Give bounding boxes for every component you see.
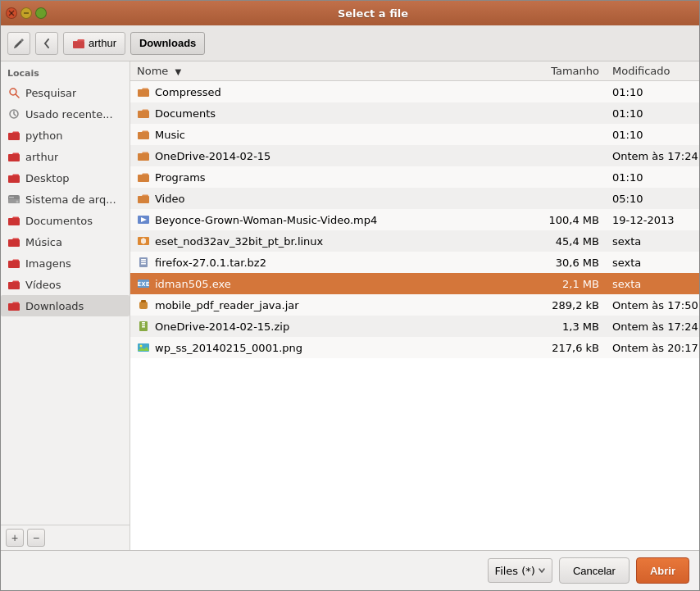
file-date-cell: Ontem às 17:50 (606, 294, 699, 316)
breadcrumb-downloads-label: Downloads (139, 37, 196, 49)
svg-rect-30 (141, 259, 146, 261)
file-size-cell (532, 124, 606, 145)
svg-rect-20 (138, 111, 149, 118)
file-type-icon (137, 257, 150, 268)
sidebar-item-sistema[interactable]: Sistema de arq... (1, 189, 130, 210)
file-type-icon (137, 150, 150, 161)
table-row[interactable]: Music01:10 (130, 124, 699, 145)
file-type-icon (137, 129, 150, 140)
svg-rect-19 (138, 89, 149, 97)
minimize-button[interactable] (20, 7, 32, 19)
svg-rect-32 (141, 263, 146, 265)
file-type-icon (137, 235, 150, 247)
sidebar-item-desktop-label: Desktop (25, 172, 70, 184)
sidebar-item-recent-label: Usado recente... (25, 108, 113, 120)
file-name-label: idman505.exe (155, 278, 231, 290)
svg-rect-18 (8, 303, 20, 311)
sidebar-item-python[interactable]: python (1, 125, 130, 146)
table-row[interactable]: OneDrive-2014-02-15.zip1,3 MBOntem às 17… (130, 316, 699, 337)
sidebar-item-sistema-label: Sistema de arq... (25, 193, 116, 206)
table-row[interactable]: Programs01:10 (130, 166, 699, 188)
breadcrumb-downloads[interactable]: Downloads (130, 32, 205, 55)
filter-dropdown[interactable]: Files (*) (488, 558, 552, 583)
table-row[interactable]: Documents01:10 (130, 102, 699, 124)
column-tamanho[interactable]: Tamanho (532, 61, 606, 81)
file-size-cell (532, 145, 606, 166)
sidebar-item-imagens-label: Imagens (25, 257, 71, 270)
breadcrumb-arthur[interactable]: arthur (63, 32, 125, 55)
file-area: Nome ▼ Tamanho Modificado (130, 61, 699, 550)
svg-rect-40 (142, 326, 145, 328)
edit-button[interactable] (7, 32, 30, 55)
sidebar-item-documentos[interactable]: Documentos (1, 210, 130, 231)
maximize-button[interactable] (35, 7, 47, 19)
file-size-cell (532, 166, 606, 188)
main-content: Locais Pesquisar Usado (1, 61, 699, 550)
file-name-cell: firefox-27.0.1.tar.bz2 (130, 252, 532, 273)
file-name-cell: EXE idman505.exe (130, 273, 532, 294)
svg-rect-3 (73, 41, 84, 48)
sidebar-item-downloads[interactable]: Downloads (1, 295, 130, 316)
table-row[interactable]: Video05:10 (130, 188, 699, 209)
table-row[interactable]: Beyonce-Grown-Woman-Music-Video.mp4100,4… (130, 209, 699, 230)
column-nome[interactable]: Nome ▼ (130, 61, 532, 81)
folder-downloads-icon (7, 299, 20, 312)
sidebar-item-arthur[interactable]: arthur (1, 146, 130, 167)
pencil-icon (13, 38, 25, 49)
back-button[interactable] (35, 32, 58, 55)
file-date-cell: 19-12-2013 (606, 209, 699, 230)
table-row[interactable]: firefox-27.0.1.tar.bz230,6 MBsexta (130, 252, 699, 273)
svg-rect-23 (138, 175, 149, 182)
table-row[interactable]: Compressed01:10 (130, 81, 699, 103)
folder-imagens-icon (7, 257, 20, 270)
file-list-container[interactable]: Nome ▼ Tamanho Modificado (130, 61, 699, 550)
folder-arthur-icon (7, 150, 20, 163)
file-size-cell: 2,1 MB (532, 273, 606, 294)
file-type-icon (137, 193, 150, 204)
column-modificado[interactable]: Modificado (606, 61, 699, 81)
sidebar-item-search[interactable]: Pesquisar (1, 82, 130, 103)
sidebar-item-recent[interactable]: Usado recente... (1, 103, 130, 125)
file-name-cell: OneDrive-2014-02-15.zip (130, 316, 532, 337)
sidebar-item-search-label: Pesquisar (25, 87, 76, 99)
cancel-button[interactable]: Cancelar (559, 557, 630, 584)
sidebar-item-desktop[interactable]: Desktop (1, 167, 130, 189)
file-name-label: eset_nod32av_32bit_pt_br.linux (155, 235, 323, 248)
sidebar-item-musica-label: Música (25, 236, 62, 248)
sidebar-item-musica[interactable]: Música (1, 231, 130, 252)
file-date-cell: 01:10 (606, 102, 699, 124)
folder-desktop-icon (7, 171, 20, 184)
folder-videos-icon (7, 278, 20, 291)
home-folder-icon (72, 37, 85, 50)
svg-point-42 (140, 345, 143, 348)
file-name-cell: Beyonce-Grown-Woman-Music-Video.mp4 (130, 209, 532, 230)
close-button[interactable] (6, 7, 17, 19)
file-name-label: firefox-27.0.1.tar.bz2 (155, 257, 266, 269)
dialog-window: Select a file arthur Downloads (0, 0, 700, 591)
file-date-cell: sexta (606, 230, 699, 252)
file-date-cell: 05:10 (606, 188, 699, 209)
file-name-cell: mobile_pdf_reader_java.jar (130, 294, 532, 316)
svg-rect-22 (138, 153, 149, 161)
sidebar-add-button[interactable]: + (6, 529, 24, 547)
file-name-cell: eset_nod32av_32bit_pt_br.linux (130, 230, 532, 252)
table-row[interactable]: wp_ss_20140215_0001.png217,6 kBOntem às … (130, 337, 699, 358)
sidebar: Locais Pesquisar Usado (1, 61, 130, 550)
table-row[interactable]: eset_nod32av_32bit_pt_br.linux45,4 MBsex… (130, 230, 699, 252)
file-size-cell: 1,3 MB (532, 316, 606, 337)
window-controls (6, 7, 47, 19)
table-row[interactable]: mobile_pdf_reader_java.jar289,2 kBOntem … (130, 294, 699, 316)
sidebar-item-videos[interactable]: Vídeos (1, 274, 130, 295)
sidebar-section-locais: Locais (1, 61, 130, 82)
file-name-label: Documents (155, 107, 216, 120)
svg-text:EXE: EXE (138, 281, 150, 288)
open-button[interactable]: Abrir (636, 557, 689, 584)
sidebar-item-imagens[interactable]: Imagens (1, 252, 130, 274)
file-size-cell (532, 81, 606, 103)
file-name-label: Programs (155, 171, 206, 184)
sidebar-remove-button[interactable]: − (27, 529, 45, 547)
table-row[interactable]: OneDrive-2014-02-15Ontem às 17:24 (130, 145, 699, 166)
file-date-cell: 01:10 (606, 166, 699, 188)
table-row[interactable]: EXE idman505.exe2,1 MBsexta (130, 273, 699, 294)
sidebar-item-python-label: python (25, 130, 62, 142)
